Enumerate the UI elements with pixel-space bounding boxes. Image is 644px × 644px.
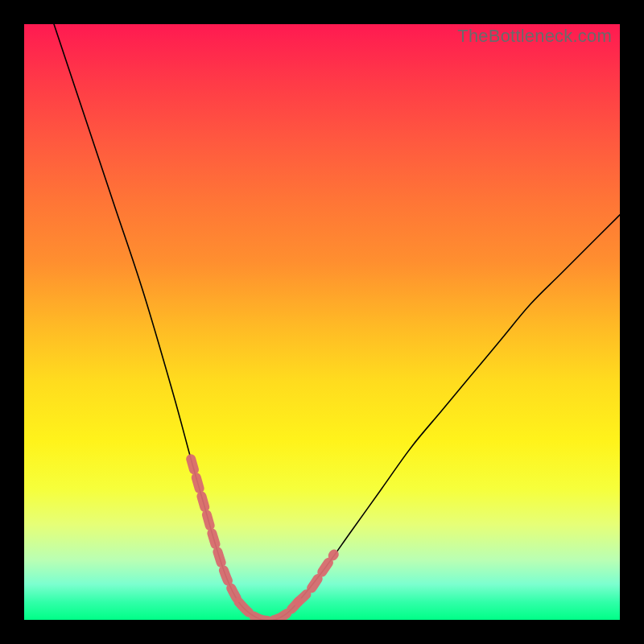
bottleneck-curve [54, 24, 620, 620]
highlight-segment-0 [191, 459, 238, 602]
highlight-segment-2 [298, 555, 333, 602]
highlight-segment-1 [238, 602, 298, 620]
highlight-overlay [191, 459, 334, 620]
chart-frame: TheBottleneck.com [0, 0, 644, 644]
plot-area: TheBottleneck.com [24, 24, 620, 620]
chart-svg [24, 24, 620, 620]
